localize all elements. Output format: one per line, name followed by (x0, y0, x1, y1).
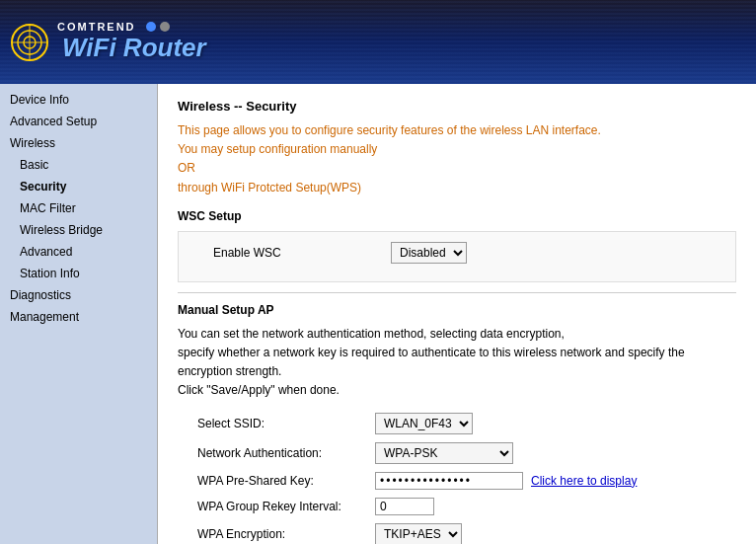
network-auth-select[interactable]: WPA-PSK WPA2-PSK Open Shared WPA WPA2 (375, 442, 513, 464)
manual-desc-line1: You can set the network authentication m… (178, 327, 565, 341)
wpa-key-label: WPA Pre-Shared Key: (197, 474, 375, 488)
wpa-encryption-select[interactable]: TKIP+AES TKIP AES (375, 523, 462, 545)
select-ssid-row: Select SSID: WLAN_0F43 (178, 413, 736, 434)
wsc-section-title: WSC Setup (178, 209, 736, 223)
header-dots (146, 22, 170, 32)
sidebar-item-diagnostics[interactable]: Diagnostics (0, 284, 157, 306)
network-auth-row: Network Authentication: WPA-PSK WPA2-PSK… (178, 442, 736, 464)
wpa-rekey-row: WPA Group Rekey Interval: (178, 498, 736, 515)
sidebar-item-management[interactable]: Management (0, 306, 157, 328)
sidebar-item-advanced-setup[interactable]: Advanced Setup (0, 111, 157, 132)
wpa-key-input[interactable] (375, 472, 523, 490)
header: COMTREND WiFi Router (0, 0, 756, 84)
comtrend-logo-icon (10, 23, 49, 62)
logo-container: COMTREND WiFi Router (10, 21, 206, 63)
select-ssid-label: Select SSID: (197, 417, 375, 430)
sidebar-item-advanced[interactable]: Advanced (0, 241, 157, 263)
desc-line3: OR (178, 161, 195, 175)
sidebar-item-basic[interactable]: Basic (0, 154, 157, 176)
wpa-rekey-input[interactable] (375, 498, 434, 515)
content-area: Wireless -- Security This page allows yo… (158, 84, 756, 544)
manual-desc-line3: Click "Save/Apply" when done. (178, 383, 340, 397)
manual-setup-section: Manual Setup AP You can set the network … (178, 303, 736, 544)
enable-wsc-row: Enable WSC Disabled Enabled (193, 242, 720, 264)
page-description: This page allows you to configure securi… (178, 121, 736, 197)
enable-wsc-label: Enable WSC (213, 246, 391, 260)
desc-line1: This page allows you to configure securi… (178, 123, 601, 137)
manual-desc: You can set the network authentication m… (178, 325, 736, 401)
select-ssid-select[interactable]: WLAN_0F43 (375, 413, 473, 434)
logo-text: COMTREND (57, 21, 136, 33)
manual-desc-line2: specify whether a network key is require… (178, 346, 685, 378)
wpa-encryption-row: WPA Encryption: TKIP+AES TKIP AES (178, 523, 736, 545)
wifi-router-title: WiFi Router (62, 33, 206, 63)
wsc-section: Enable WSC Disabled Enabled (178, 231, 736, 282)
desc-line4: through WiFi Protcted Setup(WPS) (178, 181, 361, 194)
desc-line2: You may setup configuration manually (178, 142, 377, 156)
main-layout: Device Info Advanced Setup Wireless Basi… (0, 84, 756, 544)
sidebar: Device Info Advanced Setup Wireless Basi… (0, 84, 158, 544)
sidebar-item-device-info[interactable]: Device Info (0, 89, 157, 111)
enable-wsc-select[interactable]: Disabled Enabled (391, 242, 467, 264)
page-title: Wireless -- Security (178, 99, 736, 114)
manual-setup-title: Manual Setup AP (178, 303, 736, 317)
sidebar-item-security[interactable]: Security (0, 176, 157, 197)
wpa-rekey-label: WPA Group Rekey Interval: (197, 500, 375, 513)
sidebar-item-station-info[interactable]: Station Info (0, 263, 157, 284)
sidebar-item-mac-filter[interactable]: MAC Filter (0, 197, 157, 219)
click-display-link[interactable]: Click here to display (531, 474, 637, 488)
sidebar-item-wireless[interactable]: Wireless (0, 132, 157, 154)
wpa-key-row: WPA Pre-Shared Key: Click here to displa… (178, 472, 736, 490)
wpa-encryption-label: WPA Encryption: (197, 527, 375, 541)
sidebar-item-wireless-bridge[interactable]: Wireless Bridge (0, 219, 157, 241)
dot-blue (146, 22, 156, 32)
network-auth-label: Network Authentication: (197, 446, 375, 460)
dot-gray (160, 22, 170, 32)
section-divider (178, 292, 736, 293)
